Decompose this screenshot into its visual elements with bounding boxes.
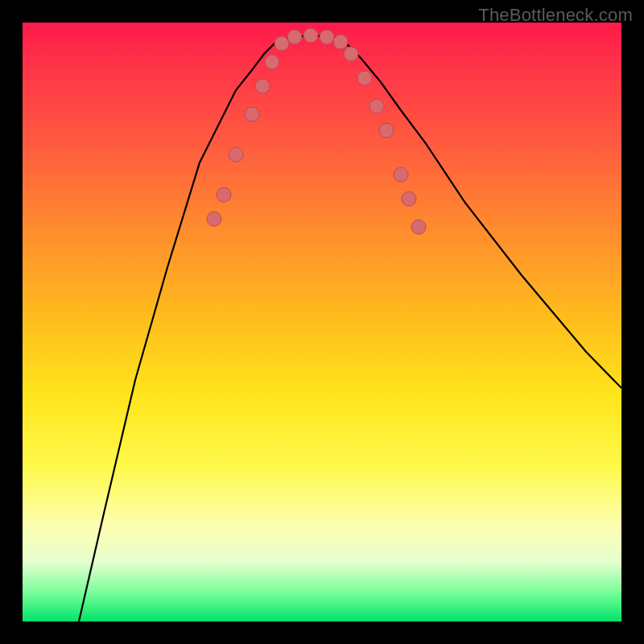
data-dot — [402, 192, 416, 206]
chart-frame: TheBottleneck.com — [0, 0, 644, 644]
data-dot — [379, 123, 394, 138]
data-dot — [255, 79, 270, 93]
data-dot — [344, 47, 358, 61]
plot-area — [23, 23, 621, 621]
data-dot — [333, 35, 348, 49]
data-dot — [207, 212, 221, 226]
data-dot — [394, 167, 408, 182]
data-dot — [265, 55, 279, 69]
curve-svg — [23, 23, 621, 621]
data-dot — [245, 107, 259, 122]
data-dot — [369, 99, 384, 114]
data-dot — [303, 28, 318, 43]
data-dot — [320, 30, 334, 44]
data-dot — [287, 30, 302, 44]
curve-group — [79, 35, 621, 621]
dots-group — [207, 28, 426, 234]
data-dot — [217, 188, 231, 202]
data-dot — [357, 71, 372, 85]
bottleneck-curve — [79, 35, 621, 621]
data-dot — [411, 220, 426, 234]
data-dot — [229, 147, 243, 162]
data-dot — [275, 36, 289, 51]
